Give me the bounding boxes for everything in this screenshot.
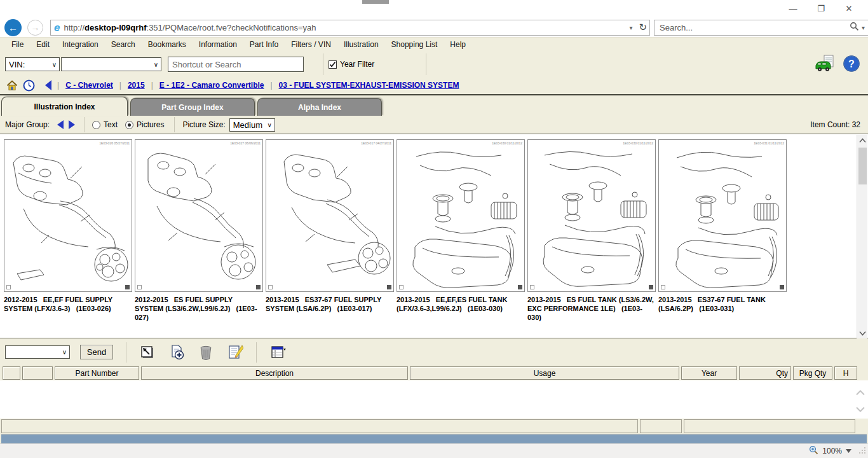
column-header-pkg-qty[interactable]: Pkg Qty — [793, 366, 832, 380]
thumb-corner-marker — [780, 285, 784, 289]
column-header-part-number[interactable]: Part Number — [55, 366, 139, 380]
drawing-number: 1E03-030 01/11/2012 — [623, 141, 653, 145]
toolbar-separator — [126, 342, 126, 363]
column-header-description[interactable]: Description — [141, 366, 408, 380]
url-dropdown-icon[interactable]: ▾ — [629, 24, 632, 31]
column-header-usage[interactable]: Usage — [410, 366, 679, 380]
zoom-dropdown-icon[interactable] — [846, 449, 851, 453]
drawing-number: 1E03-030 01/11/2012 — [492, 141, 522, 145]
menu-bookmarks[interactable]: Bookmarks — [142, 40, 193, 49]
tab-alpha-index[interactable]: Alpha Index — [257, 98, 382, 116]
tab-part-group-index[interactable]: Part Group Index — [130, 98, 255, 116]
vin-toolbar: VIN: ∨ ∨ Shortcut or Search Year Filter — [0, 52, 868, 76]
minimize-button[interactable]: — — [779, 0, 807, 18]
thumb-corner-marker — [530, 285, 534, 289]
menu-information[interactable]: Information — [193, 40, 243, 49]
edit-note-icon[interactable] — [227, 344, 243, 361]
breadcrumb-group[interactable]: 03 - FUEL SYSTEM-EXHAUST-EMISSION SYSTEM — [279, 81, 459, 90]
send-queue-dropdown[interactable]: ∨ — [5, 345, 70, 359]
vehicle-dropdown[interactable]: ∨ — [61, 57, 161, 71]
add-document-icon[interactable] — [168, 344, 185, 361]
column-header-year[interactable]: Year — [681, 366, 737, 380]
menu-filters-vin[interactable]: Filters / VIN — [285, 40, 337, 49]
column-header-qty[interactable]: Qty — [739, 366, 791, 380]
illustration-image[interactable]: 1E03-026 05/27/2011 — [4, 139, 132, 292]
zoom-control[interactable]: 100% — [809, 445, 851, 457]
help-icon[interactable]: ? — [843, 55, 860, 75]
breadcrumb-model[interactable]: E - 1E2 - Camaro Convertible — [159, 81, 264, 90]
breadcrumb-back-icon[interactable] — [44, 80, 52, 91]
vehicle-report-icon[interactable] — [815, 54, 836, 76]
scroll-up-icon[interactable] — [857, 135, 868, 146]
illustration-image[interactable]: 1E03-027 06/06/2011 — [135, 139, 263, 292]
shortcut-search-input[interactable]: Shortcut or Search — [168, 57, 304, 72]
year-filter-checkbox[interactable] — [329, 60, 337, 69]
thumb-corner-marker — [649, 285, 653, 289]
picture-size-label: Picture Size: — [182, 120, 225, 129]
column-settings-icon[interactable] — [269, 344, 286, 361]
status-panel — [1, 419, 638, 433]
pop-out-icon[interactable] — [139, 344, 156, 361]
column-header-blank[interactable] — [22, 366, 53, 380]
text-radio-label[interactable]: Text — [104, 120, 118, 129]
column-header-blank[interactable] — [3, 366, 20, 380]
thumb-corner-marker — [137, 285, 142, 289]
actions-toolbar: ∨ Send — [0, 339, 868, 365]
illustration-image[interactable]: 1E03-030 01/11/2012 — [527, 139, 656, 292]
search-dropdown-icon[interactable]: ▾ — [862, 24, 865, 31]
scroll-down-icon[interactable] — [856, 403, 865, 415]
breadcrumb-separator: | — [270, 81, 272, 90]
illustration-image[interactable]: 1E03-030 01/11/2012 — [397, 139, 525, 292]
delete-trash-icon[interactable] — [198, 344, 214, 361]
illustration-image[interactable]: 1E03-031 01/11/2012 — [658, 139, 787, 292]
menu-edit[interactable]: Edit — [30, 40, 56, 49]
menu-search[interactable]: Search — [105, 40, 142, 49]
major-group-next-icon[interactable] — [69, 120, 75, 129]
scrollbar-thumb[interactable] — [858, 148, 867, 184]
menu-shopping-list[interactable]: Shopping List — [385, 40, 444, 49]
menu-illustration[interactable]: Illustration — [337, 40, 385, 49]
pictures-radio-label[interactable]: Pictures — [137, 120, 164, 129]
back-arrow-icon: ← — [8, 22, 18, 33]
history-clock-icon[interactable] — [23, 80, 35, 92]
browser-search-box[interactable]: Search... ▾ — [654, 20, 868, 36]
illustration-caption: 2013-2015 ES FUEL TANK (LS3/6.2W, EXC PE… — [527, 295, 656, 322]
scroll-down-icon[interactable] — [857, 328, 868, 338]
major-group-prev-icon[interactable] — [57, 120, 64, 129]
menu-integration[interactable]: Integration — [56, 40, 105, 49]
illustration-image[interactable]: 1E03-017 04/27/2011 — [266, 139, 394, 292]
browser-forward-button[interactable]: → — [27, 20, 43, 36]
vin-dropdown[interactable]: VIN: ∨ — [5, 57, 60, 71]
text-radio[interactable] — [92, 121, 100, 129]
close-button[interactable]: ✕ — [835, 0, 863, 18]
browser-back-button[interactable]: ← — [4, 19, 22, 36]
toolbar-separator — [84, 117, 85, 132]
menu-help[interactable]: Help — [444, 40, 472, 49]
column-header-h[interactable]: H — [834, 366, 857, 380]
breadcrumb-make[interactable]: C - Chevrolet — [65, 81, 113, 90]
breadcrumb-year[interactable]: 2015 — [128, 81, 145, 90]
picture-size-dropdown[interactable]: Medium ∨ — [229, 118, 275, 132]
url-text: http://desktop-l09qrhf:351/PQMace/root.f… — [64, 23, 316, 32]
pictures-radio[interactable] — [125, 121, 133, 129]
toolbar-separator — [323, 53, 323, 75]
tab-illustration-index[interactable]: Illustration Index — [1, 97, 128, 116]
menu-part-info[interactable]: Part Info — [243, 40, 285, 49]
home-icon[interactable] — [6, 80, 18, 91]
grid-scrollbar[interactable] — [857, 135, 867, 338]
send-button[interactable]: Send — [80, 345, 113, 359]
thumb-corner-marker — [387, 285, 391, 289]
zoom-magnifier-icon — [809, 445, 818, 457]
major-group-label: Major Group: — [5, 120, 50, 129]
search-icon[interactable] — [850, 22, 859, 33]
maximize-button[interactable]: ❐ — [807, 0, 835, 18]
refresh-icon[interactable]: ↻ — [639, 22, 647, 33]
illustration-caption: 2013-2015 ES37-67 FUEL SUPPLY SYSTEM (LS… — [266, 295, 394, 313]
scroll-up-icon[interactable] — [856, 387, 865, 398]
resize-grip[interactable] — [858, 447, 866, 456]
menu-file[interactable]: File — [5, 40, 30, 49]
address-bar[interactable]: e http://desktop-l09qrhf:351/PQMace/root… — [50, 20, 650, 36]
year-filter[interactable]: Year Filter — [329, 60, 374, 69]
thumb-corner-marker — [399, 285, 403, 289]
chevron-down-icon: ∨ — [267, 121, 271, 128]
